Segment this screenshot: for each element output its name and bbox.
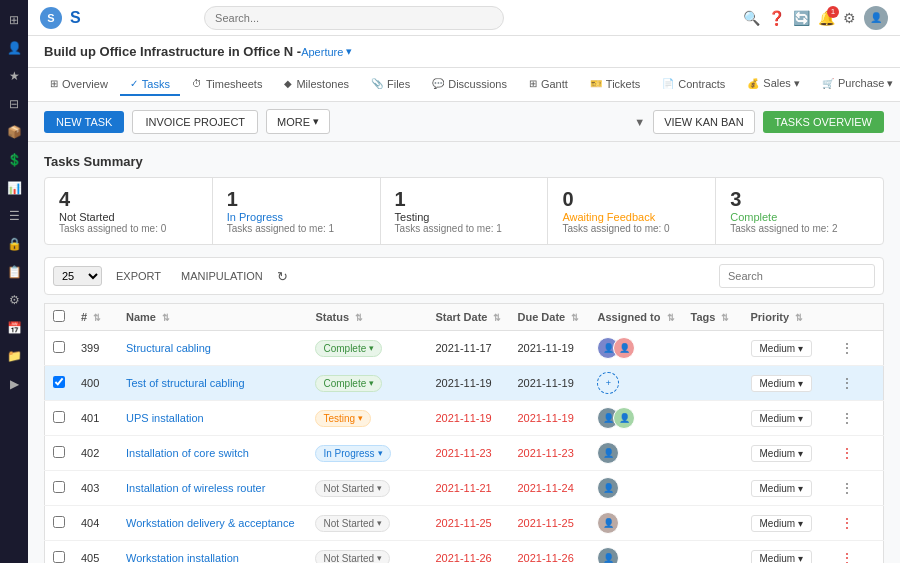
th-id[interactable]: # ⇅ [73, 304, 118, 331]
sidebar-icon-star[interactable]: ★ [2, 64, 26, 88]
th-status[interactable]: Status ⇅ [307, 304, 427, 331]
row-actions[interactable]: ⋮ [828, 331, 866, 366]
notification-icon[interactable]: 🔔 1 [818, 10, 835, 26]
row-priority[interactable]: Medium ▾ [743, 436, 828, 471]
status-badge[interactable]: Not Started ▾ [315, 515, 390, 532]
row-checkbox[interactable] [53, 551, 65, 563]
row-actions[interactable]: ⋮ [828, 366, 866, 401]
th-assigned-to[interactable]: Assigned to ⇅ [589, 304, 682, 331]
th-start-date[interactable]: Start Date ⇅ [427, 304, 509, 331]
row-actions[interactable]: ⋮ [828, 506, 866, 541]
row-checkbox[interactable] [53, 446, 65, 458]
row-checkbox[interactable] [53, 341, 65, 353]
row-name[interactable]: Workstation installation [118, 541, 307, 564]
sidebar-icon-folder[interactable]: 📁 [2, 344, 26, 368]
priority-badge[interactable]: Medium ▾ [751, 340, 813, 357]
row-name[interactable]: Installation of core switch [118, 436, 307, 471]
row-priority[interactable]: Medium ▾ [743, 471, 828, 506]
row-menu-button[interactable]: ⋮ [836, 375, 858, 391]
settings-icon[interactable]: ⚙ [843, 10, 856, 26]
sidebar-icon-home[interactable]: ⊞ [2, 8, 26, 32]
view-kanban-button[interactable]: VIEW KAN BAN [653, 110, 754, 134]
row-priority[interactable]: Medium ▾ [743, 506, 828, 541]
row-menu-button[interactable]: ⋮ [836, 480, 858, 496]
sidebar-icon-packages[interactable]: 📦 [2, 120, 26, 144]
row-status[interactable]: Not Started ▾ [307, 541, 427, 564]
help-icon[interactable]: ❓ [768, 10, 785, 26]
status-badge[interactable]: Not Started ▾ [315, 550, 390, 564]
priority-badge[interactable]: Medium ▾ [751, 515, 813, 532]
sidebar-icon-dollar[interactable]: 💲 [2, 148, 26, 172]
sidebar-icon-calendar[interactable]: 📅 [2, 316, 26, 340]
row-menu-button[interactable]: ⋮ [836, 550, 858, 563]
table-search-input[interactable] [719, 264, 875, 288]
refresh-icon[interactable]: 🔄 [793, 10, 810, 26]
page-size-select[interactable]: 25 50 100 [53, 266, 102, 286]
th-due-date[interactable]: Due Date ⇅ [509, 304, 589, 331]
tab-tasks[interactable]: ✓ Tasks [120, 74, 180, 96]
select-all-checkbox[interactable] [53, 310, 65, 322]
row-status[interactable]: Not Started ▾ [307, 506, 427, 541]
invoice-project-button[interactable]: INVOICE PROJECT [132, 110, 258, 134]
tab-tickets[interactable]: 🎫 Tickets [580, 74, 650, 96]
row-checkbox[interactable] [53, 376, 65, 388]
row-menu-button[interactable]: ⋮ [836, 445, 858, 461]
th-tags[interactable]: Tags ⇅ [683, 304, 743, 331]
row-priority[interactable]: Medium ▾ [743, 401, 828, 436]
sidebar-icon-clipboard[interactable]: 📋 [2, 260, 26, 284]
row-actions[interactable]: ⋮ [828, 541, 866, 564]
user-avatar[interactable]: 👤 [864, 6, 888, 30]
tab-purchase[interactable]: 🛒 Purchase ▾ [812, 73, 900, 96]
status-badge[interactable]: Complete ▾ [315, 340, 382, 357]
tab-milestones[interactable]: ◆ Milestones [274, 74, 359, 96]
more-button[interactable]: MORE ▾ [266, 109, 330, 134]
breadcrumb-sub[interactable]: Aperture ▾ [301, 45, 352, 58]
status-badge[interactable]: In Progress ▾ [315, 445, 390, 462]
row-priority[interactable]: Medium ▾ [743, 366, 828, 401]
sidebar-icon-chart[interactable]: 📊 [2, 176, 26, 200]
th-priority[interactable]: Priority ⇅ [743, 304, 828, 331]
tab-contracts[interactable]: 📄 Contracts [652, 74, 735, 96]
tasks-overview-button[interactable]: TASKS OVERVIEW [763, 111, 884, 133]
row-name[interactable]: Test of structural cabling [118, 366, 307, 401]
row-actions[interactable]: ⋮ [828, 401, 866, 436]
status-badge[interactable]: Testing ▾ [315, 410, 371, 427]
priority-badge[interactable]: Medium ▾ [751, 445, 813, 462]
sidebar-icon-settings[interactable]: ⚙ [2, 288, 26, 312]
status-badge[interactable]: Not Started ▾ [315, 480, 390, 497]
refresh-button[interactable]: ↻ [277, 269, 288, 284]
row-menu-button[interactable]: ⋮ [836, 410, 858, 426]
tab-sales[interactable]: 💰 Sales ▾ [737, 73, 810, 96]
priority-badge[interactable]: Medium ▾ [751, 480, 813, 497]
row-name[interactable]: Workstation delivery & acceptance [118, 506, 307, 541]
row-actions[interactable]: ⋮ [828, 436, 866, 471]
row-actions[interactable]: ⋮ [828, 471, 866, 506]
sidebar-icon-user[interactable]: 👤 [2, 36, 26, 60]
priority-badge[interactable]: Medium ▾ [751, 550, 813, 564]
export-button[interactable]: EXPORT [110, 268, 167, 284]
new-task-button[interactable]: NEW TASK [44, 111, 124, 133]
search-icon[interactable]: 🔍 [743, 10, 760, 26]
sidebar-icon-lock[interactable]: 🔒 [2, 232, 26, 256]
tab-gantt[interactable]: ⊞ Gantt [519, 74, 578, 96]
priority-badge[interactable]: Medium ▾ [751, 375, 813, 392]
row-status[interactable]: Not Started ▾ [307, 471, 427, 506]
priority-badge[interactable]: Medium ▾ [751, 410, 813, 427]
status-badge[interactable]: Complete ▾ [315, 375, 382, 392]
row-name[interactable]: Structural cabling [118, 331, 307, 366]
sidebar-icon-menu[interactable]: ☰ [2, 204, 26, 228]
sidebar-icon-dashboard[interactable]: ⊟ [2, 92, 26, 116]
row-name[interactable]: Installation of wireless router [118, 471, 307, 506]
row-menu-button[interactable]: ⋮ [836, 340, 858, 356]
manipulation-button[interactable]: MANIPULATION [175, 268, 269, 284]
filter-icon[interactable]: ▼ [634, 116, 645, 128]
global-search-input[interactable] [204, 6, 504, 30]
row-status[interactable]: Complete ▾ [307, 366, 427, 401]
tab-files[interactable]: 📎 Files [361, 74, 420, 96]
row-menu-button[interactable]: ⋮ [836, 515, 858, 531]
row-checkbox[interactable] [53, 516, 65, 528]
tab-overview[interactable]: ⊞ Overview [40, 74, 118, 96]
row-priority[interactable]: Medium ▾ [743, 541, 828, 564]
row-status[interactable]: In Progress ▾ [307, 436, 427, 471]
row-status[interactable]: Complete ▾ [307, 331, 427, 366]
